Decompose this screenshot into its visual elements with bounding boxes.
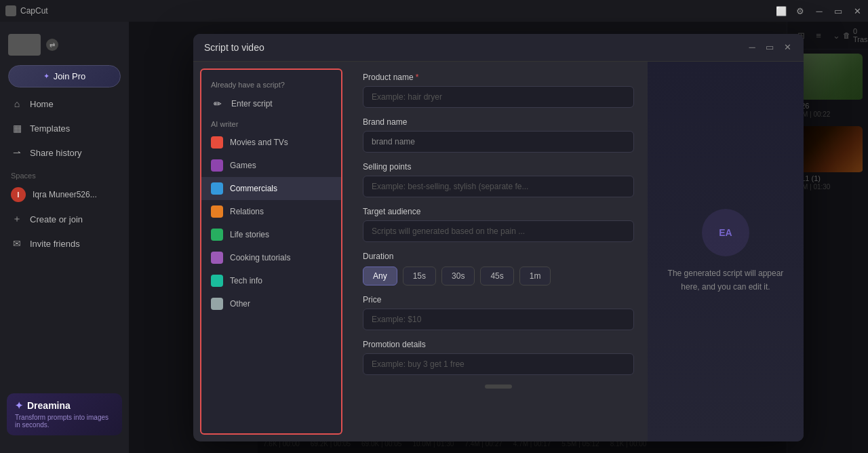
- plus-icon: ＋: [11, 213, 23, 225]
- promotion-details-label: Promotion details: [363, 340, 634, 349]
- minimize-button[interactable]: ─: [814, 5, 825, 16]
- commercials-icon: [211, 182, 223, 195]
- target-audience-input[interactable]: [363, 220, 634, 242]
- menu-item-label: Games: [230, 161, 256, 170]
- home-icon: ⌂: [11, 98, 23, 110]
- sidebar-item-label: Home: [30, 99, 54, 109]
- sidebar-item-iqra[interactable]: I Iqra Muneer526...: [0, 182, 129, 207]
- close-button[interactable]: ✕: [852, 5, 863, 16]
- spaces-section-label: Spaces: [0, 165, 129, 182]
- enter-script-label: Enter script: [231, 99, 273, 109]
- settings-icon[interactable]: ⚙: [795, 5, 806, 16]
- price-group: Price: [363, 295, 634, 330]
- modal-body: Already have a script? ✏ Enter script AI…: [193, 62, 804, 441]
- duration-any-button[interactable]: Any: [363, 267, 397, 285]
- cooking-icon: [211, 252, 223, 264]
- ai-writer-label: AI writer: [201, 116, 341, 131]
- target-audience-group: Target audience: [363, 207, 634, 242]
- invite-icon: ✉: [11, 237, 23, 250]
- selling-points-label: Selling points: [363, 162, 634, 172]
- already-have-script-label: Already have a script?: [201, 77, 341, 92]
- app-title-area: CapCut: [5, 5, 48, 16]
- ai-icon-text: EA: [719, 227, 732, 238]
- pencil-icon: ✏: [211, 97, 224, 111]
- duration-1m-button[interactable]: 1m: [519, 267, 551, 285]
- templates-icon: ▦: [11, 122, 23, 134]
- sidebar-item-label: Create or join: [30, 214, 83, 224]
- menu-item-games[interactable]: Games: [201, 154, 341, 177]
- avatar: [8, 34, 41, 56]
- space-avatar: I: [11, 187, 26, 202]
- menu-item-tech-info[interactable]: Tech info: [201, 269, 341, 292]
- sidebar-space-label: Iqra Muneer526...: [33, 190, 97, 199]
- tech-icon: [211, 275, 223, 287]
- menu-item-label: Cooking tutorials: [230, 253, 290, 262]
- menu-item-label: Life stories: [230, 230, 269, 239]
- duration-45s-button[interactable]: 45s: [480, 267, 513, 285]
- preview-placeholder-text: The generated script will appear here, a…: [661, 267, 790, 293]
- modal-left-panel: Already have a script? ✏ Enter script AI…: [200, 68, 342, 435]
- join-pro-button[interactable]: Join Pro: [8, 65, 121, 87]
- sidebar-item-label: Invite friends: [30, 239, 80, 249]
- modal-close-button[interactable]: ✕: [782, 42, 793, 53]
- sidebar-item-create-or-join[interactable]: ＋ Create or join: [0, 207, 129, 231]
- price-label: Price: [363, 295, 634, 304]
- duration-group: Duration Any 15s 30s 45s 1m: [363, 252, 634, 285]
- app-name: CapCut: [20, 6, 48, 16]
- ai-icon: EA: [702, 209, 749, 256]
- menu-item-cooking[interactable]: Cooking tutorials: [201, 246, 341, 269]
- menu-item-other[interactable]: Other: [201, 292, 341, 315]
- dreamina-banner[interactable]: Dreamina Transform prompts into images i…: [7, 393, 122, 435]
- modal-titlebar: Script to video ─ ▭ ✕: [193, 34, 804, 62]
- life-stories-icon: [211, 229, 223, 241]
- menu-item-label: Relations: [230, 207, 264, 216]
- modal-preview-panel: EA The generated script will appear here…: [648, 62, 804, 441]
- menu-item-relations[interactable]: Relations: [201, 200, 341, 223]
- user-avatar-area: ⇄: [0, 28, 129, 61]
- sidebar-item-label: Templates: [30, 123, 70, 134]
- menu-item-movies[interactable]: Movies and TVs: [201, 131, 341, 154]
- share-icon: ⇀: [11, 146, 23, 159]
- menu-item-commercials[interactable]: Commercials: [201, 177, 341, 200]
- sidebar-item-label: Share history: [30, 148, 82, 158]
- enter-script-item[interactable]: ✏ Enter script: [201, 92, 341, 116]
- modal-minimize-button[interactable]: ─: [747, 42, 757, 53]
- price-input[interactable]: [363, 309, 634, 330]
- movies-icon: [211, 136, 223, 149]
- maximize-button[interactable]: ▭: [833, 5, 844, 16]
- modal-overlay: Script to video ─ ▭ ✕ Already have a scr…: [129, 22, 868, 453]
- sidebar: ⇄ Join Pro ⌂ Home ▦ Templates ⇀ Share hi…: [0, 22, 129, 453]
- modal-maximize-button[interactable]: ▭: [764, 42, 775, 53]
- duration-15s-button[interactable]: 15s: [403, 267, 436, 285]
- titlebar: CapCut ⬜ ⚙ ─ ▭ ✕: [0, 0, 868, 22]
- dreamina-description: Transform prompts into images in seconds…: [15, 414, 114, 429]
- brand-name-label: Brand name: [363, 117, 634, 127]
- script-to-video-modal: Script to video ─ ▭ ✕ Already have a scr…: [193, 34, 804, 441]
- sidebar-bottom: Dreamina Transform prompts into images i…: [0, 382, 129, 446]
- modal-title: Script to video: [204, 42, 264, 53]
- sidebar-item-home[interactable]: ⌂ Home: [0, 92, 129, 116]
- modal-form: Product name * Brand name Selling points: [349, 62, 648, 441]
- target-audience-label: Target audience: [363, 207, 634, 216]
- duration-buttons: Any 15s 30s 45s 1m: [363, 267, 634, 285]
- promotion-details-input[interactable]: [363, 353, 634, 375]
- sidebar-item-share-history[interactable]: ⇀ Share history: [0, 140, 129, 165]
- sidebar-item-invite-friends[interactable]: ✉ Invite friends: [0, 231, 129, 256]
- required-indicator: *: [416, 73, 419, 82]
- menu-item-life-stories[interactable]: Life stories: [201, 223, 341, 246]
- brand-name-input[interactable]: [363, 131, 634, 153]
- titlebar-controls: ⬜ ⚙ ─ ▭ ✕: [776, 5, 863, 16]
- menu-item-label: Movies and TVs: [230, 138, 288, 147]
- menu-item-label: Other: [230, 299, 250, 309]
- games-icon: [211, 159, 223, 172]
- selling-points-input[interactable]: [363, 176, 634, 197]
- menu-item-label: Commercials: [230, 184, 277, 193]
- duration-30s-button[interactable]: 30s: [441, 267, 475, 285]
- avatar-switch-button[interactable]: ⇄: [46, 39, 58, 51]
- menu-item-label: Tech info: [230, 276, 262, 285]
- product-name-input[interactable]: [363, 86, 634, 108]
- modal-controls: ─ ▭ ✕: [747, 42, 793, 53]
- sidebar-item-templates[interactable]: ▦ Templates: [0, 116, 129, 140]
- main-area: ⊞ ≡ ⌄ 🗑 0 Trash 0626 4.5M | 00:22 0611 (…: [129, 22, 868, 453]
- monitor-icon[interactable]: ⬜: [776, 5, 787, 16]
